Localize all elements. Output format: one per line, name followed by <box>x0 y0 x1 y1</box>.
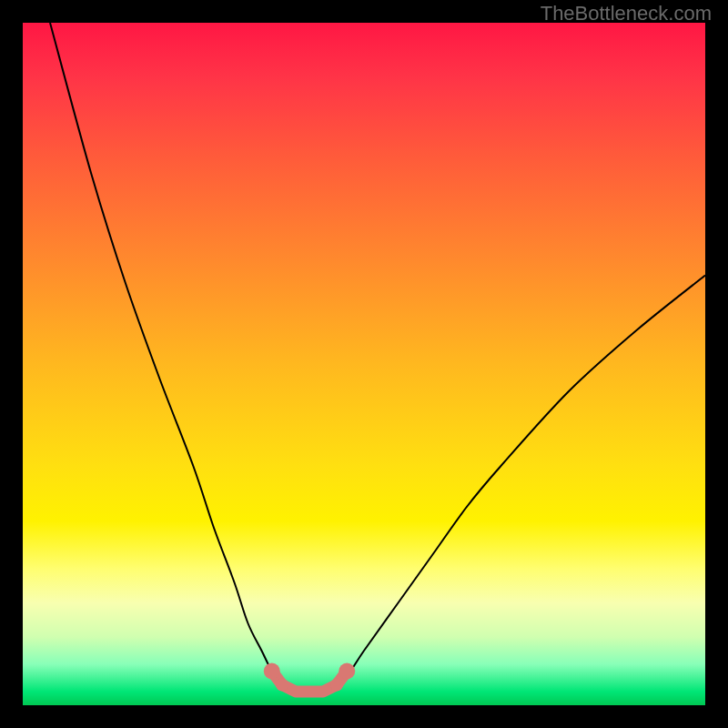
bottleneck-curve-line <box>50 23 705 693</box>
watermark-text: TheBottleneck.com <box>541 2 712 25</box>
chart-curve-layer <box>23 23 705 705</box>
optimal-zone-markers <box>264 663 356 693</box>
svg-point-3 <box>330 679 343 692</box>
svg-point-1 <box>339 663 355 680</box>
chart-plot-area <box>23 23 705 705</box>
svg-point-0 <box>264 663 280 680</box>
svg-point-2 <box>276 679 288 692</box>
